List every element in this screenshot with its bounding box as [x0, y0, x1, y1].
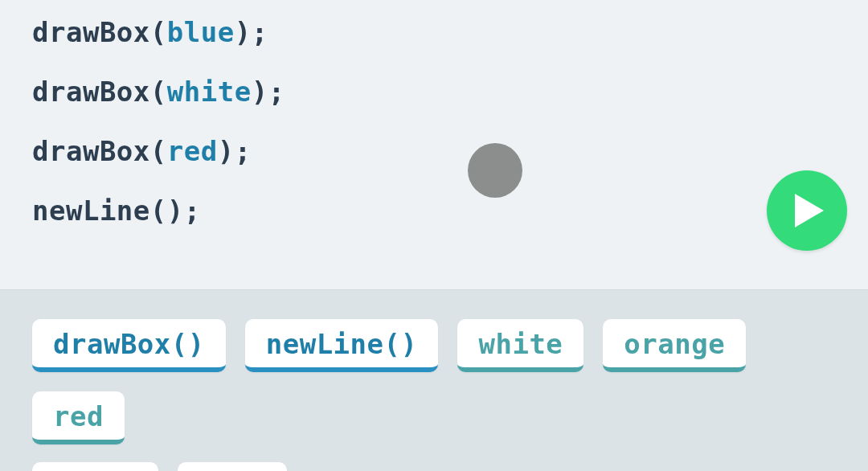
block-palette: drawBox() newLine() white orange red bla…	[0, 289, 868, 471]
token-arg: white	[167, 76, 252, 108]
token-paren: )	[218, 135, 235, 167]
chip-orange[interactable]: orange	[603, 319, 746, 372]
token-semi: ;	[268, 76, 285, 108]
token-paren: (	[150, 16, 167, 48]
code-editor[interactable]: drawBox(blue); drawBox(white); drawBox(r…	[0, 0, 868, 289]
token-func: drawBox	[32, 135, 150, 167]
svg-marker-0	[795, 194, 824, 227]
token-func: drawBox	[32, 16, 150, 48]
chip-red[interactable]: red	[32, 391, 125, 444]
token-paren: )	[235, 16, 252, 48]
touch-cursor-icon	[468, 143, 522, 198]
token-arg: blue	[167, 16, 235, 48]
palette-row: black blue	[32, 462, 836, 471]
code-line[interactable]: drawBox(white);	[32, 76, 836, 108]
token-semi: ;	[235, 135, 252, 167]
token-func: drawBox	[32, 76, 150, 108]
chip-blue[interactable]: blue	[178, 462, 287, 471]
code-line[interactable]: newLine();	[32, 195, 836, 227]
token-arg: red	[167, 135, 218, 167]
chip-newline[interactable]: newLine()	[245, 319, 439, 372]
play-icon	[795, 194, 824, 227]
token-paren: (	[150, 135, 167, 167]
token-paren: )	[252, 76, 268, 108]
token-paren: (	[150, 195, 167, 227]
token-paren: )	[167, 195, 184, 227]
chip-white[interactable]: white	[457, 319, 583, 372]
palette-row: drawBox() newLine() white orange red	[32, 319, 836, 444]
code-line[interactable]: drawBox(red);	[32, 135, 836, 167]
chip-black[interactable]: black	[32, 462, 158, 471]
token-semi: ;	[252, 16, 268, 48]
token-paren: (	[150, 76, 167, 108]
play-button[interactable]	[767, 170, 847, 251]
chip-drawbox[interactable]: drawBox()	[32, 319, 226, 372]
token-func: newLine	[32, 195, 150, 227]
token-semi: ;	[184, 195, 201, 227]
code-line[interactable]: drawBox(blue);	[32, 16, 836, 48]
